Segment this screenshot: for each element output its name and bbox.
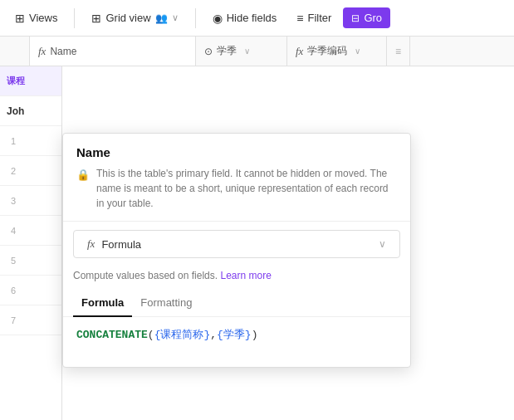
column-header-season-code[interactable]: fx 学季编码 ∨ <box>287 37 387 66</box>
formula-type-icon: fx <box>87 237 95 251</box>
toolbar: ⊞ Views ⊞ Grid view 👥 ∨ ◉ Hide fields ≡ … <box>0 0 514 37</box>
formula-type-chevron-icon: ∨ <box>379 238 386 250</box>
toolbar-divider-2 <box>195 8 196 28</box>
formula-type-selector[interactable]: fx Formula ∨ <box>73 230 400 258</box>
column-header-extra[interactable]: ≡ <box>387 37 410 66</box>
column-header-name[interactable]: fx Name <box>30 37 196 66</box>
season-col-chevron: ∨ <box>244 46 250 56</box>
group-icon: ⊟ <box>351 12 360 24</box>
season-col-icon: ⊙ <box>204 46 213 57</box>
formula-editor[interactable]: CONCATENATE({课程简称},{学季}) <box>63 317 410 367</box>
filter-label: Filter <box>308 12 332 24</box>
extra-col-icon: ≡ <box>395 46 401 57</box>
table-row-6: 6 <box>0 276 61 305</box>
tab-formatting[interactable]: Formatting <box>132 290 200 317</box>
formula-comma: , <box>210 329 217 341</box>
formula-field-ref-2: {学季} <box>217 329 252 341</box>
toolbar-divider-1 <box>74 8 75 28</box>
views-label: Views <box>29 12 57 24</box>
grid-view-users-icon: 👥 <box>155 12 168 24</box>
filter-icon: ≡ <box>296 12 303 25</box>
hide-fields-label: Hide fields <box>227 12 277 24</box>
panel-description: 🔒 This is the table's primary field. It … <box>63 166 410 221</box>
formula-type-left: fx Formula <box>87 237 141 251</box>
row-check-header <box>0 37 30 66</box>
grid-view-label: Grid view <box>105 12 150 24</box>
lock-icon: 🔒 <box>76 167 90 183</box>
row-num-6: 6 <box>7 286 20 295</box>
group-button[interactable]: ⊟ Gro <box>343 7 390 28</box>
formula-type-label: Formula <box>101 238 141 251</box>
table-area: 课程 Joh 1 2 3 4 5 6 7 <box>0 66 62 420</box>
column-headers: fx Name ⊙ 学季 ∨ fx 学季编码 ∨ ≡ <box>0 37 514 66</box>
season-col-label: 学季 <box>217 44 237 58</box>
table-row-2: 2 <box>0 156 61 186</box>
panel-desc-text: This is the table's primary field. It ca… <box>96 166 397 211</box>
row-num-3: 3 <box>7 196 20 206</box>
table-row-3: 3 <box>0 186 61 216</box>
table-row-5: 5 <box>0 246 61 276</box>
name-col-label: Name <box>50 46 76 57</box>
table-row-4: 4 <box>0 216 61 246</box>
table-cell-joh: Joh <box>7 105 24 117</box>
formula-close-paren: ) <box>252 329 258 341</box>
formula-field-ref-1: {课程简称} <box>154 329 211 341</box>
grid-icon: ⊞ <box>91 12 101 25</box>
table-row-7: 7 <box>0 305 61 335</box>
season-code-col-chevron: ∨ <box>355 46 360 56</box>
tab-formula[interactable]: Formula <box>73 290 132 317</box>
table-data-row-joh: Joh <box>0 96 61 126</box>
views-icon: ⊞ <box>15 12 25 25</box>
table-header-row: 课程 <box>0 66 61 96</box>
panel-title: Name <box>63 134 410 166</box>
row-num-7: 7 <box>7 315 20 325</box>
row-num-1: 1 <box>7 136 20 146</box>
table-header-col1: 课程 <box>7 75 25 87</box>
panel-divider <box>63 221 410 222</box>
name-col-icon: fx <box>38 45 46 58</box>
row-num-5: 5 <box>7 256 20 266</box>
filter-button[interactable]: ≡ Filter <box>288 7 340 29</box>
row-num-2: 2 <box>7 166 20 176</box>
season-code-col-label: 学季编码 <box>307 44 347 58</box>
views-button[interactable]: ⊞ Views <box>7 7 66 29</box>
learn-more-link[interactable]: Learn more <box>220 270 271 281</box>
column-header-season[interactable]: ⊙ 学季 ∨ <box>196 37 287 66</box>
grid-view-button[interactable]: ⊞ Grid view 👥 ∨ <box>83 7 186 29</box>
season-code-col-icon: fx <box>296 45 303 58</box>
hide-fields-button[interactable]: ◉ Hide fields <box>204 7 286 29</box>
grid-view-chevron-icon: ∨ <box>172 12 179 23</box>
group-label: Gro <box>364 12 382 24</box>
formula-tabs: Formula Formatting <box>63 290 410 317</box>
main-area: 课程 Joh 1 2 3 4 5 6 7 Name 🔒 <box>0 66 514 420</box>
formula-open-paren: ( <box>148 329 154 341</box>
learn-more-row: Compute values based on fields. Learn mo… <box>63 266 410 290</box>
table-row-1: 1 <box>0 126 61 156</box>
formula-func-name: CONCATENATE <box>76 329 148 341</box>
field-editor-panel: Name 🔒 This is the table's primary field… <box>62 133 411 368</box>
learn-more-text: Compute values based on fields. <box>73 270 218 281</box>
row-num-4: 4 <box>7 226 20 236</box>
hide-icon: ◉ <box>213 12 223 25</box>
